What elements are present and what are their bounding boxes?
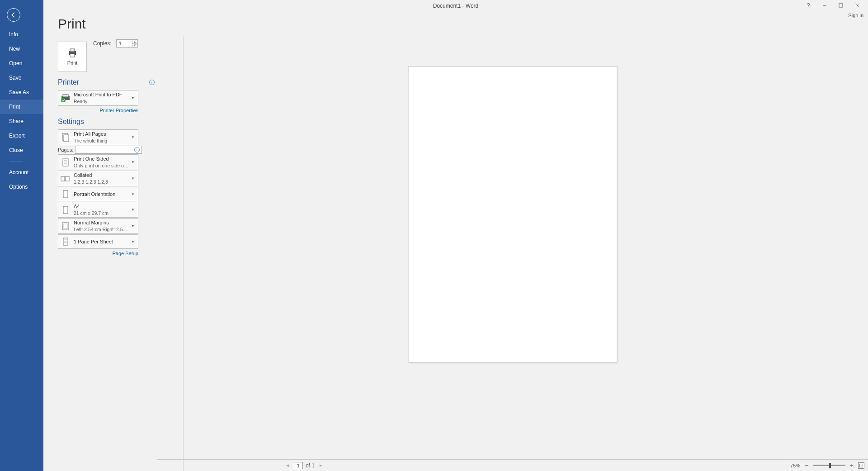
backstage-sidebar: Info New Open Save Save As Print Share E…	[0, 0, 43, 471]
pages-input[interactable]	[75, 146, 142, 154]
minimize-button[interactable]	[816, 0, 833, 11]
current-page-input[interactable]	[294, 462, 303, 469]
zoom-controls: 75% − +	[790, 462, 864, 469]
zoom-percent[interactable]: 75%	[790, 463, 800, 468]
margins-dropdown[interactable]: Normal Margins Left: 2.54 cm Right: 2.54…	[58, 218, 138, 234]
sidebar-item-save[interactable]: Save	[0, 71, 43, 85]
collated-icon	[60, 173, 71, 184]
per-page-icon	[60, 236, 71, 247]
one-sided-icon	[60, 157, 71, 168]
zoom-out-button[interactable]: −	[804, 462, 809, 469]
page-title: Print	[58, 16, 157, 32]
print-settings-panel: Print Print Copies: ▲ ▼	[43, 13, 157, 471]
maximize-icon	[839, 3, 843, 8]
svg-rect-17	[66, 176, 69, 181]
page-preview	[408, 66, 618, 362]
back-button[interactable]	[7, 8, 20, 22]
print-preview-area: ◄ of 1 ► 75% − +	[157, 13, 868, 471]
copies-up[interactable]: ▲	[132, 40, 137, 44]
titlebar: Document1 - Word ? Sign in	[43, 0, 868, 13]
sidebar-item-open[interactable]: Open	[0, 56, 43, 71]
paper-sub: 21 cm x 29.7 cm	[74, 210, 130, 216]
printer-properties-link[interactable]: Printer Properties	[58, 108, 138, 113]
svg-rect-5	[70, 49, 75, 52]
sidebar-item-options[interactable]: Options	[0, 180, 43, 194]
maximize-button[interactable]	[833, 0, 849, 11]
chevron-down-icon: ▼	[130, 208, 136, 212]
chevron-down-icon: ▼	[130, 240, 136, 244]
sidebar-separator	[9, 161, 23, 162]
margins-sub: Left: 2.54 cm Right: 2.54 cm	[74, 226, 130, 233]
sidebar-item-share[interactable]: Share	[0, 114, 43, 128]
chevron-down-icon: ▼	[130, 224, 136, 228]
chevron-down-icon: ▼	[130, 96, 136, 100]
printer-dropdown[interactable]: Microsoft Print to PDF Ready ▼	[58, 90, 138, 106]
sidebar-item-account[interactable]: Account	[0, 165, 43, 180]
per-page-title: 1 Page Per Sheet	[74, 238, 130, 245]
margins-title: Normal Margins	[74, 219, 130, 226]
collated-title: Collated	[74, 172, 130, 179]
margins-icon	[60, 221, 71, 232]
collated-dropdown[interactable]: Collated 1,2,3 1,2,3 1,2,3 ▼	[58, 171, 138, 186]
copies-label: Copies:	[93, 40, 112, 47]
svg-rect-6	[70, 54, 75, 57]
svg-rect-8	[63, 95, 68, 97]
print-range-dropdown[interactable]: Print All Pages The whole thing ▼	[58, 129, 138, 145]
printer-device-icon	[60, 93, 71, 104]
zoom-thumb[interactable]	[829, 463, 831, 468]
page-navigation: ◄ of 1 ►	[284, 462, 325, 469]
sidebar-item-close[interactable]: Close	[0, 143, 43, 157]
sidebar-item-new[interactable]: New	[0, 42, 43, 56]
copies-row: Copies: ▲ ▼	[93, 39, 138, 48]
print-button[interactable]: Print	[58, 42, 87, 72]
page-setup-link[interactable]: Page Setup	[58, 251, 138, 256]
sided-sub: Only print on one side of th...	[74, 162, 130, 169]
sidebar-item-print[interactable]: Print	[0, 100, 43, 114]
pages-per-sheet-dropdown[interactable]: 1 Page Per Sheet ▼	[58, 234, 138, 249]
help-button[interactable]: ?	[800, 0, 816, 11]
next-page-button[interactable]: ►	[317, 463, 325, 468]
minimize-icon	[822, 3, 827, 8]
close-button[interactable]	[849, 0, 865, 11]
chevron-down-icon: ▼	[130, 135, 136, 139]
sided-title: Print One Sided	[74, 156, 130, 162]
printer-heading: Printer i	[58, 78, 157, 86]
svg-rect-11	[64, 135, 69, 142]
chevron-down-icon: ▼	[130, 192, 136, 196]
sidebar-item-export[interactable]: Export	[0, 128, 43, 143]
svg-rect-16	[61, 176, 65, 181]
printer-name: Microsoft Print to PDF	[74, 91, 130, 98]
printer-info-icon[interactable]: i	[149, 80, 155, 85]
close-icon	[855, 3, 859, 8]
fit-to-page-button[interactable]	[858, 462, 864, 469]
orientation-dropdown[interactable]: Portrait Orientation ▼	[58, 187, 138, 201]
chevron-down-icon: ▼	[130, 160, 136, 164]
orientation-title: Portrait Orientation	[74, 191, 130, 198]
collated-sub: 1,2,3 1,2,3 1,2,3	[74, 179, 130, 185]
window-title: Document1 - Word	[433, 3, 478, 9]
sidebar-item-saveas[interactable]: Save As	[0, 85, 43, 100]
pages-label: Pages:	[58, 147, 72, 152]
chevron-down-icon: ▼	[130, 176, 136, 181]
paper-dropdown[interactable]: A4 21 cm x 29.7 cm ▼	[58, 202, 138, 218]
arrow-left-icon	[10, 12, 17, 18]
pages-icon	[60, 132, 71, 143]
svg-rect-18	[63, 190, 68, 198]
copies-input[interactable]	[117, 41, 132, 46]
print-range-sub: The whole thing	[74, 138, 130, 144]
prev-page-button[interactable]: ◄	[284, 463, 291, 468]
svg-rect-22	[63, 238, 68, 245]
copies-spinner[interactable]: ▲ ▼	[116, 39, 138, 48]
printer-icon	[67, 48, 78, 57]
svg-rect-12	[63, 159, 68, 166]
main-area: Document1 - Word ? Sign in Print Print	[43, 0, 868, 471]
zoom-in-button[interactable]: +	[849, 462, 854, 469]
zoom-slider[interactable]	[813, 465, 845, 466]
copies-down[interactable]: ▼	[132, 44, 137, 48]
print-button-label: Print	[67, 60, 78, 66]
paper-icon	[60, 205, 71, 215]
paper-title: A4	[74, 203, 130, 210]
sidebar-item-info[interactable]: Info	[0, 27, 43, 42]
pages-info-icon[interactable]: i	[134, 147, 140, 152]
sided-dropdown[interactable]: Print One Sided Only print on one side o…	[58, 154, 138, 170]
